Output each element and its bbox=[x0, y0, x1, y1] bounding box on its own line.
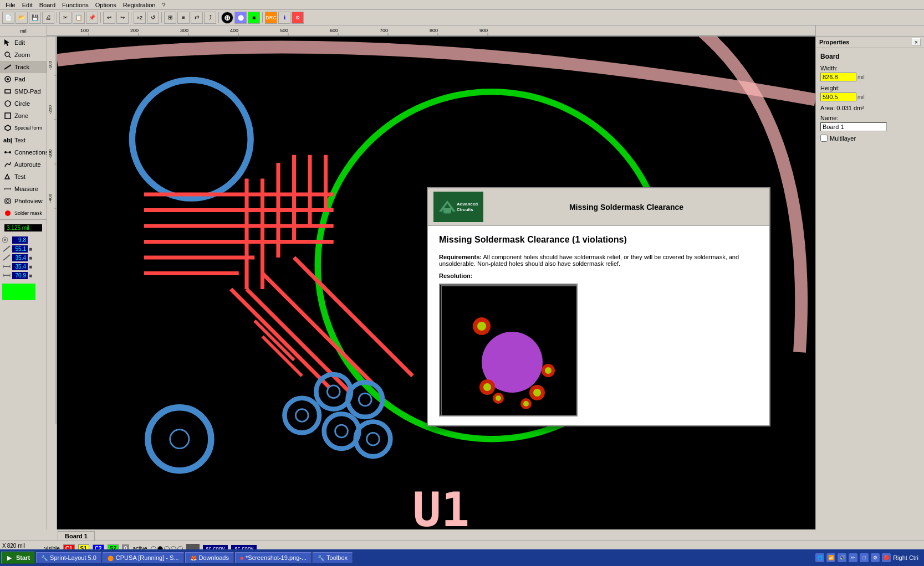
width-input[interactable] bbox=[820, 73, 856, 81]
svg-point-20 bbox=[5, 52, 9, 56]
sidebar-item-photoview[interactable]: Photoview bbox=[0, 195, 47, 207]
sidebar-item-edit[interactable]: Edit bbox=[0, 37, 47, 49]
menu-board[interactable]: Board bbox=[36, 1, 59, 9]
taskbar: ▶ Start 🔧 Sprint-Layout 5.0 ⬤ CPUSA [Run… bbox=[0, 549, 924, 566]
svg-point-37 bbox=[7, 200, 9, 203]
svg-text:▶: ▶ bbox=[7, 555, 12, 561]
new-button[interactable]: 📄 bbox=[2, 12, 14, 24]
ruler-vertical: -100 -200 -300 -400 bbox=[47, 37, 57, 529]
taskbar-sprint[interactable]: 🔧 Sprint-Layout 5.0 bbox=[36, 552, 101, 563]
sidebar-label-track: Track bbox=[14, 64, 29, 70]
ruler-right-spacer bbox=[815, 25, 924, 36]
sep4 bbox=[161, 12, 162, 23]
paste-button[interactable]: 📌 bbox=[86, 12, 98, 24]
menu-help[interactable]: ? bbox=[159, 1, 169, 9]
export-button[interactable]: ⤴ bbox=[204, 12, 216, 24]
taskbar-toolbox[interactable]: 🔧 Toolbox bbox=[313, 552, 353, 563]
track-icon bbox=[3, 63, 12, 71]
svg-point-114 bbox=[523, 401, 529, 407]
sidebar-label-zoom: Zoom bbox=[14, 52, 30, 58]
board-tab-item[interactable]: Board 1 bbox=[58, 531, 95, 541]
taskbar-screenshot[interactable]: ■ *Screenshot-19.png-... bbox=[235, 552, 312, 563]
text-icon: ab| bbox=[3, 136, 12, 145]
svg-point-26 bbox=[5, 101, 11, 106]
print-button[interactable]: 🖨 bbox=[42, 12, 54, 24]
sidebar-item-smd-pad[interactable]: SMD-Pad bbox=[0, 85, 47, 97]
svg-point-40 bbox=[4, 239, 6, 241]
name-input[interactable] bbox=[820, 122, 887, 131]
sidebar-item-test[interactable]: Test bbox=[0, 171, 47, 183]
sidebar-item-measure[interactable]: Measure bbox=[0, 183, 47, 195]
multilayer-label: Multilayer bbox=[830, 135, 856, 142]
menu-options[interactable]: Options bbox=[92, 1, 120, 9]
board-section-title: Board bbox=[820, 53, 920, 60]
x2-button[interactable]: ×2 bbox=[134, 12, 146, 24]
name-label: Name: bbox=[820, 115, 920, 121]
svg-marker-28 bbox=[5, 125, 11, 131]
svg-text:400: 400 bbox=[230, 28, 238, 33]
taskbar-downloads-label: Downloads bbox=[199, 554, 229, 561]
multilayer-checkbox[interactable] bbox=[820, 135, 828, 142]
flip-button[interactable]: ⇄ bbox=[191, 12, 203, 24]
menu-edit[interactable]: Edit bbox=[19, 1, 36, 9]
svg-point-90 bbox=[359, 393, 371, 406]
save-button[interactable]: 💾 bbox=[29, 12, 41, 24]
start-button[interactable]: ▶ Start bbox=[1, 552, 35, 564]
cursor-icon bbox=[3, 38, 12, 47]
info2-button[interactable]: ℹ bbox=[278, 12, 290, 24]
sidebar-item-zoom[interactable]: Zoom bbox=[0, 49, 47, 61]
cut-button[interactable]: ✂ bbox=[59, 12, 72, 24]
test-icon bbox=[3, 172, 12, 181]
color-swatch[interactable] bbox=[2, 284, 35, 300]
undo-button[interactable]: ↩ bbox=[103, 12, 115, 24]
toggle-button[interactable]: ⬤ bbox=[234, 12, 247, 24]
measure-row-2: 35.4 ■ bbox=[2, 254, 44, 261]
info1-button[interactable]: DRC bbox=[265, 12, 277, 24]
properties-close-button[interactable]: × bbox=[912, 38, 921, 46]
sidebar-item-autoroute[interactable]: Autoroute bbox=[0, 158, 47, 171]
board-tab-bar: Board 1 bbox=[0, 529, 924, 541]
color-button[interactable]: ■ bbox=[248, 12, 260, 24]
multilayer-row: Multilayer bbox=[820, 135, 920, 142]
svg-text:900: 900 bbox=[479, 28, 488, 33]
zoom-in-button[interactable]: ⊕ bbox=[221, 12, 233, 24]
svg-text:600: 600 bbox=[330, 28, 338, 33]
svg-text:-200: -200 bbox=[48, 105, 53, 114]
align-button[interactable]: ≡ bbox=[177, 12, 190, 24]
sidebar-item-special[interactable]: Special form bbox=[0, 122, 47, 134]
info3-button[interactable]: ⚙ bbox=[292, 12, 304, 24]
sys-icon-5: □ bbox=[860, 553, 869, 562]
grid-button[interactable]: ⊞ bbox=[164, 12, 176, 24]
sidebar-label-pad: Pad bbox=[14, 76, 25, 83]
sidebar-item-pad[interactable]: Pad bbox=[0, 73, 47, 85]
copy-button[interactable]: 📋 bbox=[73, 12, 85, 24]
measure-icon bbox=[3, 184, 12, 193]
x-value: 820 mil bbox=[7, 543, 25, 549]
refresh-button[interactable]: ↺ bbox=[147, 12, 159, 24]
right-label: Right Ctri bbox=[893, 554, 918, 561]
width-unit: mil bbox=[857, 74, 865, 80]
menu-file[interactable]: File bbox=[2, 1, 19, 9]
measure-val-4: 70.9 bbox=[12, 272, 28, 279]
sidebar-item-text[interactable]: ab| Text bbox=[0, 134, 47, 146]
sidebar-item-circle[interactable]: Circle bbox=[0, 97, 47, 110]
svg-text:300: 300 bbox=[180, 28, 188, 33]
sidebar-item-track[interactable]: Track bbox=[0, 61, 47, 73]
open-button[interactable]: 📂 bbox=[16, 12, 28, 24]
ruler-unit: mil bbox=[0, 25, 47, 36]
height-input[interactable] bbox=[820, 92, 856, 101]
sidebar-item-connections[interactable]: Connections bbox=[0, 146, 47, 158]
properties-title: Properties bbox=[819, 39, 849, 45]
redo-button[interactable]: ↪ bbox=[116, 12, 129, 24]
pad-icon bbox=[3, 75, 12, 84]
sidebar-item-solder-mask[interactable]: Solder mask bbox=[0, 207, 47, 219]
taskbar-toolbox-label: Toolbox bbox=[326, 554, 348, 561]
taskbar-downloads[interactable]: 🦊 Downloads bbox=[185, 552, 234, 563]
width-label: Width: bbox=[820, 65, 920, 71]
sidebar-label-circle: Circle bbox=[14, 100, 30, 107]
properties-content: Board Width: mil Height: mil Ar bbox=[816, 48, 924, 529]
taskbar-cpusa[interactable]: ⬤ CPUSA [Running] - S... bbox=[103, 552, 184, 563]
sidebar-item-zone[interactable]: Zone bbox=[0, 110, 47, 122]
menu-registration[interactable]: Registration bbox=[120, 1, 159, 9]
menu-functions[interactable]: Functions bbox=[59, 1, 92, 9]
